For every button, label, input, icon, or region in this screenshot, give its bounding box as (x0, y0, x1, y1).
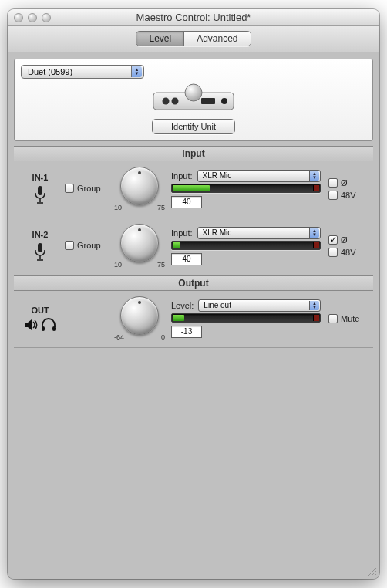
checkbox-icon (328, 178, 338, 188)
level-knob-col: -64 0 (111, 296, 168, 341)
updown-arrows-icon: ▲▼ (131, 66, 142, 77)
dest-value: Line out (204, 301, 231, 309)
svg-line-17 (375, 574, 376, 576)
minimize-icon[interactable] (28, 13, 37, 22)
updown-arrows-icon: ▲▼ (309, 171, 319, 181)
options-col: Ø 48V (324, 178, 368, 200)
clip-indicator (313, 315, 319, 321)
phantom-label: 48V (341, 248, 356, 257)
group-label: Group (77, 184, 101, 193)
channel-name: OUT (19, 306, 62, 315)
svg-rect-9 (38, 243, 42, 252)
phantom-label: 48V (341, 191, 356, 200)
phantom-checkbox[interactable]: 48V (328, 191, 368, 200)
tab-level[interactable]: Level (136, 32, 184, 46)
meter-col: Input: XLR Mic ▲▼ 40 (171, 227, 321, 265)
traffic-lights (14, 13, 51, 22)
zoom-icon[interactable] (42, 13, 51, 22)
phantom-checkbox[interactable]: 48V (328, 248, 368, 257)
mic-icon (19, 242, 62, 262)
channel-name: IN-1 (19, 173, 62, 182)
level-meter (171, 313, 321, 323)
knob-max: 0 (161, 333, 165, 341)
options-col: Mute (324, 314, 368, 323)
clip-indicator (313, 185, 319, 191)
input-section-header: Input (14, 146, 373, 161)
svg-point-3 (172, 98, 179, 105)
output-icons (19, 318, 62, 332)
dest-row: Level: Line out ▲▼ (171, 299, 321, 312)
level-value-field[interactable]: -13 (171, 326, 202, 338)
checkbox-icon (328, 235, 338, 245)
channel-label-col: IN-2 (19, 230, 62, 262)
meter-fill (173, 315, 184, 321)
body-area: Duet (0599) ▲▼ (8, 52, 379, 579)
knob-max: 75 (157, 261, 165, 269)
mute-checkbox[interactable]: Mute (328, 314, 368, 323)
checkbox-icon (65, 241, 74, 250)
source-label: Input: (171, 171, 193, 181)
meter-col: Input: XLR Mic ▲▼ 40 (171, 170, 321, 208)
gain-knob[interactable] (120, 224, 159, 262)
group-checkbox[interactable]: Group (65, 184, 101, 193)
svg-rect-13 (42, 326, 45, 331)
source-row: Input: XLR Mic ▲▼ (171, 227, 321, 239)
svg-rect-5 (201, 98, 215, 104)
resize-grip-icon[interactable] (366, 566, 377, 576)
source-row: Input: XLR Mic ▲▼ (171, 170, 321, 182)
checkbox-icon (328, 248, 338, 257)
speaker-icon (23, 318, 39, 332)
knob-max: 75 (157, 204, 165, 211)
level-meter (171, 241, 321, 250)
svg-point-2 (163, 98, 170, 105)
device-select-popup[interactable]: Duet (0599) ▲▼ (21, 65, 144, 79)
svg-point-1 (185, 84, 202, 101)
knob-min: 10 (114, 261, 122, 269)
group-col: Group (65, 241, 108, 252)
headphones-icon (40, 318, 57, 332)
checkbox-icon (65, 184, 74, 193)
phase-label: Ø (341, 235, 348, 245)
phase-checkbox[interactable]: Ø (328, 178, 368, 188)
gain-value-field[interactable]: 40 (171, 196, 202, 208)
app-window: Maestro Control: Untitled* Level Advance… (8, 9, 379, 579)
source-select-popup[interactable]: XLR Mic ▲▼ (197, 170, 321, 182)
svg-point-4 (221, 98, 227, 104)
close-icon[interactable] (14, 13, 23, 22)
output-channel: OUT -64 (14, 291, 373, 348)
updown-arrows-icon: ▲▼ (309, 228, 319, 238)
gain-knob[interactable] (120, 167, 159, 205)
group-checkbox[interactable]: Group (65, 241, 101, 250)
source-select-popup[interactable]: XLR Mic ▲▼ (197, 227, 321, 239)
gain-knob-col: 10 75 (111, 224, 168, 269)
options-col: Ø 48V (324, 235, 368, 257)
level-meter (171, 184, 321, 193)
tab-advanced[interactable]: Advanced (184, 32, 250, 46)
mute-label: Mute (341, 314, 359, 323)
meter-fill (173, 242, 180, 248)
mic-icon (19, 185, 62, 205)
input-channel-2: IN-2 Group 10 (14, 218, 373, 275)
level-knob[interactable] (120, 296, 159, 335)
knob-min: 10 (114, 204, 122, 211)
source-label: Input: (171, 228, 193, 238)
output-section-header: Output (14, 275, 373, 291)
gain-value-field[interactable]: 40 (171, 253, 202, 265)
unit-panel: Duet (0599) ▲▼ (14, 59, 373, 141)
channel-name: IN-2 (19, 230, 62, 239)
checkbox-icon (328, 191, 338, 200)
group-label: Group (77, 241, 101, 250)
clip-indicator (313, 242, 319, 248)
meter-fill (173, 185, 210, 191)
device-illustration-row: Identify Unit (21, 82, 366, 134)
source-value: XLR Mic (203, 171, 232, 180)
identify-unit-button[interactable]: Identify Unit (152, 119, 235, 134)
dest-select-popup[interactable]: Line out ▲▼ (198, 299, 321, 312)
tabs-segmented: Level Advanced (136, 31, 251, 46)
channel-label-col: OUT (19, 306, 62, 332)
level-label: Level: (171, 301, 194, 310)
phase-label: Ø (341, 178, 348, 188)
svg-rect-14 (52, 326, 56, 331)
svg-marker-12 (25, 319, 32, 330)
phase-checkbox[interactable]: Ø (328, 235, 368, 245)
